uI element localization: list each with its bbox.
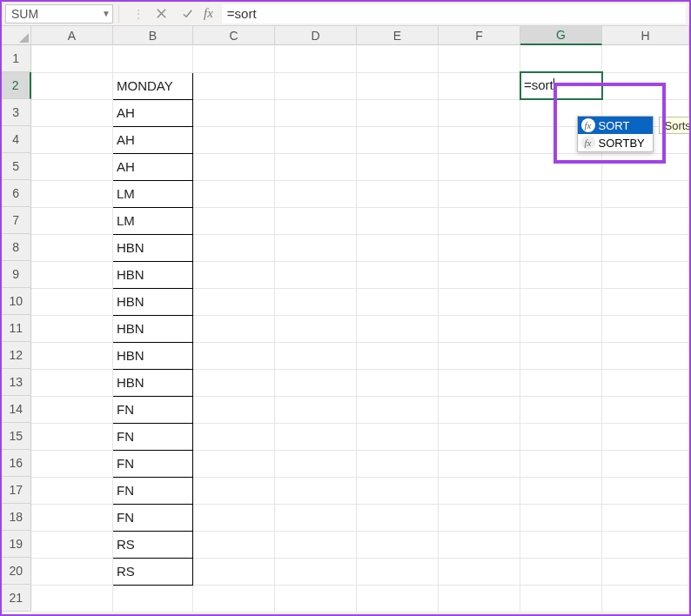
cell-C16[interactable]	[193, 450, 275, 477]
cell-F14[interactable]	[439, 396, 520, 423]
cell-G6[interactable]	[520, 180, 602, 207]
cell-C15[interactable]	[193, 423, 275, 450]
row-header-21[interactable]: 21	[2, 585, 31, 612]
name-box[interactable]: SUM ▼	[5, 4, 113, 23]
cell-B19[interactable]: RS	[113, 531, 193, 558]
cell-F18[interactable]	[439, 504, 520, 531]
cell-G11[interactable]	[520, 315, 602, 342]
cell-D6[interactable]	[275, 180, 357, 207]
cell-H1[interactable]	[602, 45, 689, 72]
cell-F6[interactable]	[439, 180, 520, 207]
row-header-13[interactable]: 13	[2, 369, 31, 396]
cell-B10[interactable]: HBN	[113, 288, 193, 315]
cell-A9[interactable]	[31, 261, 113, 288]
cell-E20[interactable]	[357, 558, 439, 585]
cell-E21[interactable]	[357, 585, 439, 612]
cell-H6[interactable]	[602, 180, 689, 207]
cell-C3[interactable]	[193, 99, 275, 126]
cell-C14[interactable]	[193, 396, 275, 423]
cell-F17[interactable]	[439, 477, 520, 504]
cell-C8[interactable]	[193, 234, 275, 261]
cell-A14[interactable]	[31, 396, 113, 423]
cell-C7[interactable]	[193, 207, 275, 234]
cell-B20[interactable]: RS	[113, 558, 193, 585]
cell-E4[interactable]	[357, 126, 439, 153]
col-header-f[interactable]: F	[439, 26, 520, 45]
row-header-6[interactable]: 6	[2, 180, 31, 207]
cell-H13[interactable]	[602, 369, 689, 396]
cell-F1[interactable]	[439, 45, 520, 72]
cell-E3[interactable]	[357, 99, 439, 126]
cell-H20[interactable]	[602, 558, 689, 585]
cell-A11[interactable]	[31, 315, 113, 342]
cell-F7[interactable]	[439, 207, 520, 234]
cell-A4[interactable]	[31, 126, 113, 153]
cell-C18[interactable]	[193, 504, 275, 531]
cell-G15[interactable]	[520, 423, 602, 450]
row-header-14[interactable]: 14	[2, 396, 31, 423]
cell-C11[interactable]	[193, 315, 275, 342]
cell-F10[interactable]	[439, 288, 520, 315]
cell-G17[interactable]	[520, 477, 602, 504]
cell-D13[interactable]	[275, 369, 357, 396]
cell-A18[interactable]	[31, 504, 113, 531]
col-header-c[interactable]: C	[193, 26, 275, 45]
row-header-12[interactable]: 12	[2, 342, 31, 369]
cell-G14[interactable]	[520, 396, 602, 423]
fx-icon[interactable]: fx	[200, 6, 222, 21]
cell-D16[interactable]	[275, 450, 357, 477]
row-header-15[interactable]: 15	[2, 423, 31, 450]
cell-D11[interactable]	[275, 315, 357, 342]
cell-F15[interactable]	[439, 423, 520, 450]
cell-A8[interactable]	[31, 234, 113, 261]
autocomplete-item-sortby[interactable]: fx SORTBY	[578, 134, 653, 151]
cell-C13[interactable]	[193, 369, 275, 396]
cell-D14[interactable]	[275, 396, 357, 423]
cell-H5[interactable]	[602, 153, 689, 180]
col-header-d[interactable]: D	[275, 26, 357, 45]
row-header-20[interactable]: 20	[2, 558, 31, 585]
formula-input[interactable]: =sort	[222, 4, 686, 23]
cell-G2[interactable]: =sort	[520, 72, 602, 99]
cell-A20[interactable]	[31, 558, 113, 585]
autocomplete-item-sort[interactable]: fx SORT	[578, 117, 653, 134]
cell-B6[interactable]: LM	[113, 180, 193, 207]
cell-D18[interactable]	[275, 504, 357, 531]
cells-area[interactable]: MONDAY=sortAHAHAHLMLMHBNHBNHBNHBNHBNHBNF…	[31, 45, 690, 613]
cell-F9[interactable]	[439, 261, 520, 288]
cell-G8[interactable]	[520, 234, 602, 261]
row-header-5[interactable]: 5	[2, 153, 31, 180]
cell-E9[interactable]	[357, 261, 439, 288]
row-header-18[interactable]: 18	[2, 504, 31, 531]
cell-F21[interactable]	[439, 585, 520, 612]
cancel-formula-button[interactable]	[148, 4, 174, 23]
cell-E5[interactable]	[357, 153, 439, 180]
cell-A19[interactable]	[31, 531, 113, 558]
cell-C9[interactable]	[193, 261, 275, 288]
row-header-2[interactable]: 2	[2, 72, 31, 99]
cell-B13[interactable]: HBN	[113, 369, 193, 396]
cell-F8[interactable]	[439, 234, 520, 261]
cell-A6[interactable]	[31, 180, 113, 207]
cell-H9[interactable]	[602, 261, 689, 288]
cell-A17[interactable]	[31, 477, 113, 504]
cell-B7[interactable]: LM	[113, 207, 193, 234]
cell-F16[interactable]	[439, 450, 520, 477]
cell-G16[interactable]	[520, 450, 602, 477]
cell-G21[interactable]	[520, 585, 602, 612]
cell-H16[interactable]	[602, 450, 689, 477]
cell-B12[interactable]: HBN	[113, 342, 193, 369]
cell-C21[interactable]	[193, 585, 275, 612]
cell-F2[interactable]	[439, 72, 520, 99]
cell-E14[interactable]	[357, 396, 439, 423]
cell-G7[interactable]	[520, 207, 602, 234]
cell-B14[interactable]: FN	[113, 396, 193, 423]
cell-F12[interactable]	[439, 342, 520, 369]
cell-E8[interactable]	[357, 234, 439, 261]
cell-A12[interactable]	[31, 342, 113, 369]
cell-H17[interactable]	[602, 477, 689, 504]
cell-D3[interactable]	[275, 99, 357, 126]
select-all-corner[interactable]	[2, 26, 31, 45]
cell-B11[interactable]: HBN	[113, 315, 193, 342]
cell-D15[interactable]	[275, 423, 357, 450]
